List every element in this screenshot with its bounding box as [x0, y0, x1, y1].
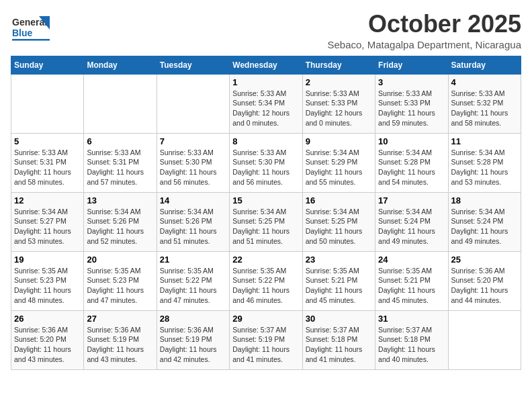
day-number: 10: [378, 136, 445, 146]
day-info: Sunrise: 5:36 AMSunset: 5:20 PMDaylight:…: [451, 266, 518, 306]
day-info: Sunrise: 5:34 AMSunset: 5:25 PMDaylight:…: [306, 207, 372, 246]
calendar-cell: 15Sunrise: 5:34 AMSunset: 5:25 PMDayligh…: [230, 192, 302, 251]
svg-rect-3: [12, 39, 50, 41]
day-number: 1: [232, 77, 299, 87]
day-info: Sunrise: 5:33 AMSunset: 5:30 PMDaylight:…: [232, 148, 299, 187]
calendar-cell: 19Sunrise: 5:35 AMSunset: 5:23 PMDayligh…: [11, 251, 84, 310]
calendar-cell: 4Sunrise: 5:33 AMSunset: 5:32 PMDaylight…: [448, 74, 521, 133]
calendar-cell: 5Sunrise: 5:33 AMSunset: 5:31 PMDaylight…: [11, 133, 84, 192]
calendar-cell: 12Sunrise: 5:34 AMSunset: 5:27 PMDayligh…: [11, 192, 84, 251]
day-info: Sunrise: 5:37 AMSunset: 5:18 PMDaylight:…: [306, 325, 372, 365]
month-title: October 2025: [327, 11, 521, 38]
day-number: 7: [160, 136, 226, 146]
day-number: 14: [160, 195, 226, 205]
day-info: Sunrise: 5:34 AMSunset: 5:27 PMDaylight:…: [14, 207, 81, 246]
col-header-sunday: Sunday: [11, 56, 84, 74]
day-number: 9: [306, 136, 372, 146]
day-info: Sunrise: 5:33 AMSunset: 5:31 PMDaylight:…: [87, 148, 153, 187]
col-header-friday: Friday: [375, 56, 448, 74]
calendar-cell: 6Sunrise: 5:33 AMSunset: 5:31 PMDaylight…: [84, 133, 157, 192]
day-number: 28: [160, 314, 226, 324]
day-info: Sunrise: 5:34 AMSunset: 5:24 PMDaylight:…: [378, 207, 445, 246]
calendar-header: SundayMondayTuesdayWednesdayThursdayFrid…: [11, 56, 521, 74]
day-info: Sunrise: 5:34 AMSunset: 5:26 PMDaylight:…: [87, 207, 153, 246]
calendar-cell: 22Sunrise: 5:35 AMSunset: 5:22 PMDayligh…: [230, 251, 302, 310]
day-info: Sunrise: 5:34 AMSunset: 5:28 PMDaylight:…: [451, 148, 518, 187]
day-info: Sunrise: 5:37 AMSunset: 5:19 PMDaylight:…: [232, 325, 299, 365]
day-info: Sunrise: 5:34 AMSunset: 5:28 PMDaylight:…: [378, 148, 445, 187]
day-info: Sunrise: 5:35 AMSunset: 5:22 PMDaylight:…: [160, 266, 226, 306]
calendar-cell: 31Sunrise: 5:37 AMSunset: 5:18 PMDayligh…: [375, 310, 448, 369]
day-info: Sunrise: 5:34 AMSunset: 5:25 PMDaylight:…: [232, 207, 299, 246]
day-number: 2: [306, 77, 372, 87]
calendar-cell: [11, 74, 84, 133]
col-header-saturday: Saturday: [448, 56, 521, 74]
col-header-thursday: Thursday: [302, 56, 375, 74]
svg-text:Blue: Blue: [12, 28, 33, 38]
col-header-wednesday: Wednesday: [230, 56, 302, 74]
day-number: 20: [87, 255, 153, 265]
day-info: Sunrise: 5:35 AMSunset: 5:23 PMDaylight:…: [14, 266, 81, 306]
day-number: 8: [232, 136, 299, 146]
calendar-table: SundayMondayTuesdayWednesdayThursdayFrid…: [11, 56, 521, 370]
calendar-cell: 23Sunrise: 5:35 AMSunset: 5:21 PMDayligh…: [302, 251, 375, 310]
day-number: 31: [378, 314, 445, 324]
day-info: Sunrise: 5:33 AMSunset: 5:33 PMDaylight:…: [378, 89, 445, 128]
calendar-cell: [84, 74, 157, 133]
calendar-week-2: 5Sunrise: 5:33 AMSunset: 5:31 PMDaylight…: [11, 133, 521, 192]
day-info: Sunrise: 5:33 AMSunset: 5:34 PMDaylight:…: [232, 89, 299, 128]
day-info: Sunrise: 5:34 AMSunset: 5:29 PMDaylight:…: [306, 148, 372, 187]
calendar-cell: 28Sunrise: 5:36 AMSunset: 5:19 PMDayligh…: [157, 310, 229, 369]
day-number: 17: [378, 195, 445, 205]
day-number: 25: [451, 255, 518, 265]
day-info: Sunrise: 5:35 AMSunset: 5:23 PMDaylight:…: [87, 266, 153, 306]
calendar-cell: 25Sunrise: 5:36 AMSunset: 5:20 PMDayligh…: [448, 251, 521, 310]
day-number: 11: [451, 136, 518, 146]
calendar-cell: 10Sunrise: 5:34 AMSunset: 5:28 PMDayligh…: [375, 133, 448, 192]
day-info: Sunrise: 5:36 AMSunset: 5:19 PMDaylight:…: [160, 325, 226, 365]
day-number: 3: [378, 77, 445, 87]
calendar-cell: 17Sunrise: 5:34 AMSunset: 5:24 PMDayligh…: [375, 192, 448, 251]
calendar-cell: 24Sunrise: 5:35 AMSunset: 5:21 PMDayligh…: [375, 251, 448, 310]
logo-svg: General Blue: [11, 11, 51, 44]
day-number: 4: [451, 77, 518, 87]
calendar-cell: 1Sunrise: 5:33 AMSunset: 5:34 PMDaylight…: [230, 74, 302, 133]
calendar-week-1: 1Sunrise: 5:33 AMSunset: 5:34 PMDaylight…: [11, 74, 521, 133]
col-header-tuesday: Tuesday: [157, 56, 229, 74]
calendar-cell: 20Sunrise: 5:35 AMSunset: 5:23 PMDayligh…: [84, 251, 157, 310]
day-number: 26: [14, 314, 81, 324]
day-info: Sunrise: 5:36 AMSunset: 5:19 PMDaylight:…: [87, 325, 153, 365]
calendar-cell: 13Sunrise: 5:34 AMSunset: 5:26 PMDayligh…: [84, 192, 157, 251]
day-number: 12: [14, 195, 81, 205]
day-number: 27: [87, 314, 153, 324]
day-info: Sunrise: 5:35 AMSunset: 5:21 PMDaylight:…: [378, 266, 445, 306]
day-info: Sunrise: 5:36 AMSunset: 5:20 PMDaylight:…: [14, 325, 81, 365]
calendar-cell: 27Sunrise: 5:36 AMSunset: 5:19 PMDayligh…: [84, 310, 157, 369]
calendar-cell: 26Sunrise: 5:36 AMSunset: 5:20 PMDayligh…: [11, 310, 84, 369]
logo: General Blue: [11, 11, 51, 44]
location-title: Sebaco, Matagalpa Department, Nicaragua: [327, 39, 521, 50]
day-number: 23: [306, 255, 372, 265]
calendar-cell: 7Sunrise: 5:33 AMSunset: 5:30 PMDaylight…: [157, 133, 229, 192]
col-header-monday: Monday: [84, 56, 157, 74]
calendar-cell: 14Sunrise: 5:34 AMSunset: 5:26 PMDayligh…: [157, 192, 229, 251]
calendar-week-4: 19Sunrise: 5:35 AMSunset: 5:23 PMDayligh…: [11, 251, 521, 310]
day-info: Sunrise: 5:35 AMSunset: 5:22 PMDaylight:…: [232, 266, 299, 306]
calendar-cell: 30Sunrise: 5:37 AMSunset: 5:18 PMDayligh…: [302, 310, 375, 369]
day-number: 19: [14, 255, 81, 265]
calendar-week-5: 26Sunrise: 5:36 AMSunset: 5:20 PMDayligh…: [11, 310, 521, 369]
day-number: 6: [87, 136, 153, 146]
calendar-cell: 16Sunrise: 5:34 AMSunset: 5:25 PMDayligh…: [302, 192, 375, 251]
day-info: Sunrise: 5:33 AMSunset: 5:31 PMDaylight:…: [14, 148, 81, 187]
calendar-cell: 9Sunrise: 5:34 AMSunset: 5:29 PMDaylight…: [302, 133, 375, 192]
day-number: 21: [160, 255, 226, 265]
calendar-cell: 8Sunrise: 5:33 AMSunset: 5:30 PMDaylight…: [230, 133, 302, 192]
calendar-week-3: 12Sunrise: 5:34 AMSunset: 5:27 PMDayligh…: [11, 192, 521, 251]
day-number: 15: [232, 195, 299, 205]
calendar-cell: 18Sunrise: 5:34 AMSunset: 5:24 PMDayligh…: [448, 192, 521, 251]
title-block: October 2025 Sebaco, Matagalpa Departmen…: [327, 11, 521, 50]
calendar-cell: 11Sunrise: 5:34 AMSunset: 5:28 PMDayligh…: [448, 133, 521, 192]
day-number: 5: [14, 136, 81, 146]
day-info: Sunrise: 5:33 AMSunset: 5:33 PMDaylight:…: [306, 89, 372, 128]
day-number: 30: [306, 314, 372, 324]
